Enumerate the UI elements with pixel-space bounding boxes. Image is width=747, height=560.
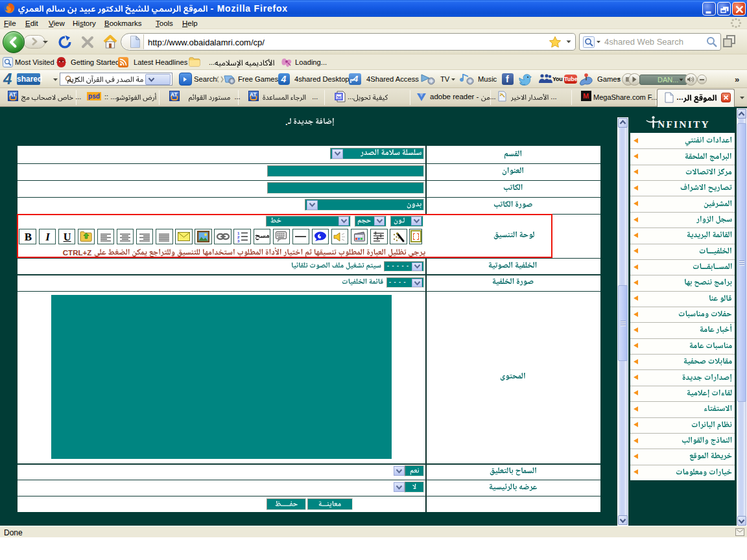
svg-text:W: W: [337, 95, 341, 100]
svg-text:3: 3: [237, 239, 240, 242]
